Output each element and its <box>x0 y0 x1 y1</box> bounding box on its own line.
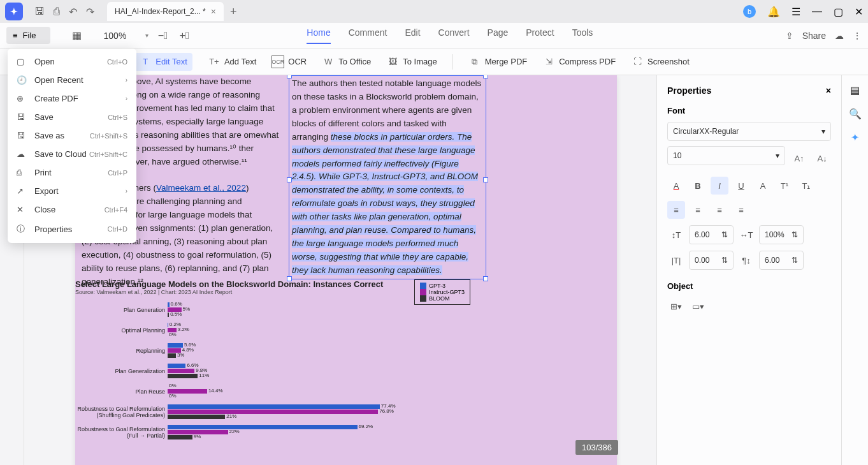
menu-item-create-pdf[interactable]: ⊕Create PDF› <box>8 89 136 108</box>
compress-pdf-tool[interactable]: ⇲Compress PDF <box>542 55 616 68</box>
ai-rail-icon[interactable]: ✦ <box>851 131 859 144</box>
tab-protect[interactable]: Protect <box>526 27 554 44</box>
cloud-icon[interactable]: ☁ <box>835 31 844 41</box>
edit-text-tool[interactable]: TEdit Text <box>134 53 192 71</box>
zoom-dropdown-icon[interactable]: ▾ <box>145 32 148 39</box>
legend-swatch <box>420 289 426 295</box>
object-align-icon[interactable]: ⊞▾ <box>667 297 685 315</box>
legend-swatch <box>420 283 426 289</box>
align-left-icon[interactable]: ≡ <box>667 201 685 219</box>
char-spacing-input[interactable]: 0.00⇅ <box>689 251 734 270</box>
user-badge[interactable]: b <box>743 5 756 18</box>
para-spacing-input[interactable]: 6.00⇅ <box>759 251 804 270</box>
close-window-icon[interactable]: ✕ <box>855 6 863 18</box>
citation-link[interactable]: Valmeekam et al., 2022 <box>156 183 246 193</box>
merge-pdf-tool[interactable]: ⧉Merge PDF <box>468 55 527 68</box>
resize-handle[interactable] <box>287 75 292 78</box>
fit-page-icon[interactable]: ▦ <box>69 28 85 43</box>
add-text-tool[interactable]: T+Add Text <box>208 55 256 68</box>
resize-handle[interactable] <box>287 177 292 182</box>
print-icon[interactable]: ⎙ <box>54 6 60 18</box>
hamburger-icon: ≡ <box>13 31 18 40</box>
decrease-font-icon[interactable]: A↓ <box>813 149 831 167</box>
save-icon[interactable]: 🖫 <box>34 6 45 18</box>
menu-item-icon: ⊕ <box>17 94 28 103</box>
italic-icon[interactable]: I <box>711 177 728 195</box>
redo-icon[interactable]: ↷ <box>86 6 94 18</box>
merge-icon: ⧉ <box>468 55 481 68</box>
right-rail: ▤ 🔍 ✦ <box>841 75 868 465</box>
chart-bar: 3% <box>168 353 176 358</box>
superscript-icon[interactable]: T¹ <box>776 177 793 195</box>
menu-item-open-recent[interactable]: 🕘Open Recent› <box>8 71 136 89</box>
font-style-icon[interactable]: A <box>754 177 772 195</box>
object-fill-icon[interactable]: ▭▾ <box>689 297 707 315</box>
to-image-tool[interactable]: 🖼To Image <box>386 55 437 68</box>
zoom-out-icon[interactable]: −⃝ <box>155 28 170 43</box>
menu-item-print[interactable]: ⎙PrintCtrl+P <box>8 163 136 182</box>
align-right-icon[interactable]: ≡ <box>711 201 728 219</box>
menu-item-save-as[interactable]: 🖫Save asCtrl+Shift+S <box>8 126 136 145</box>
chevron-right-icon: › <box>126 77 127 84</box>
properties-rail-icon[interactable]: ▤ <box>850 84 860 96</box>
align-justify-icon[interactable]: ≡ <box>732 201 750 219</box>
panel-close-icon[interactable]: × <box>826 85 831 96</box>
menu-item-close[interactable]: ✕CloseCtrl+F4 <box>8 200 136 219</box>
minimize-icon[interactable]: — <box>812 6 822 17</box>
zoom-in-icon[interactable]: +⃝ <box>177 28 192 43</box>
bar-value-label: 11% <box>199 373 209 378</box>
underline-icon[interactable]: U <box>732 177 750 195</box>
screenshot-icon: ⛶ <box>631 55 644 68</box>
to-office-tool[interactable]: WTo Office <box>322 55 371 68</box>
maximize-icon[interactable]: ▢ <box>834 6 843 18</box>
bar-value-label: 9% <box>194 434 201 439</box>
bell-icon[interactable]: 🔔 <box>767 6 780 18</box>
bar-value-label: 0% <box>169 383 177 388</box>
para-spacing-icon: ¶↕ <box>737 251 755 269</box>
screenshot-tool[interactable]: ⛶Screenshot <box>631 55 690 68</box>
tab-page[interactable]: Page <box>488 27 509 44</box>
legend-swatch <box>420 295 426 302</box>
share-button[interactable]: Share <box>802 31 826 41</box>
document-tab[interactable]: HAI_AI-Index-Report_2... * × <box>107 2 224 21</box>
file-menu-button[interactable]: ≡ File <box>6 27 50 44</box>
increase-font-icon[interactable]: A↑ <box>790 149 808 167</box>
font-color-icon[interactable]: A <box>667 177 685 195</box>
menu-item-save[interactable]: 🖫SaveCtrl+S <box>8 108 136 126</box>
resize-handle[interactable] <box>483 177 488 182</box>
chart-category-label: Plan Reuse <box>75 388 168 395</box>
line-height-input[interactable]: 6.00⇅ <box>689 225 734 244</box>
app-logo: ✦ <box>5 3 23 20</box>
tab-tools[interactable]: Tools <box>572 27 593 44</box>
ocr-tool[interactable]: OCROCR <box>271 55 307 68</box>
bold-icon[interactable]: B <box>689 177 707 195</box>
chart-row: Optimal Planning0.2%3.2%0% <box>75 321 496 340</box>
scale-input[interactable]: 100%⇅ <box>759 225 804 244</box>
tab-close-icon[interactable]: × <box>211 6 216 17</box>
resize-handle[interactable] <box>483 75 488 78</box>
align-center-icon[interactable]: ≡ <box>689 201 707 219</box>
menu-item-open[interactable]: ▢OpenCtrl+O <box>8 52 136 71</box>
zoom-value[interactable]: 100% <box>91 31 140 41</box>
more-icon[interactable]: ⋮ <box>853 31 862 41</box>
selected-text-box[interactable]: The authors then tested notable language… <box>289 75 486 279</box>
tab-convert[interactable]: Convert <box>438 27 470 44</box>
font-size-select[interactable]: 10▾ <box>667 146 785 165</box>
edit-text-icon: T <box>139 55 152 68</box>
menu-icon[interactable]: ☰ <box>792 6 800 18</box>
font-family-select[interactable]: CircularXX-Regular▾ <box>667 122 831 141</box>
tab-edit[interactable]: Edit <box>405 27 420 44</box>
undo-icon[interactable]: ↶ <box>69 6 77 18</box>
bar-value-label: 0.6% <box>171 301 182 307</box>
search-rail-icon[interactable]: 🔍 <box>849 108 862 120</box>
new-tab-button[interactable]: + <box>230 5 237 18</box>
chart-bar: 11% <box>168 374 198 378</box>
menu-item-save-to-cloud[interactable]: ☁Save to CloudCtrl+Shift+C <box>8 145 136 163</box>
menu-item-export[interactable]: ↗Export› <box>8 182 136 200</box>
subscript-icon[interactable]: T₁ <box>797 177 815 195</box>
menu-item-icon: ↗ <box>17 186 28 196</box>
bar-value-label: 0% <box>169 393 177 399</box>
menu-item-properties[interactable]: ⓘPropertiesCtrl+D <box>8 219 136 239</box>
tab-comment[interactable]: Comment <box>349 27 387 44</box>
tab-home[interactable]: Home <box>307 27 330 44</box>
